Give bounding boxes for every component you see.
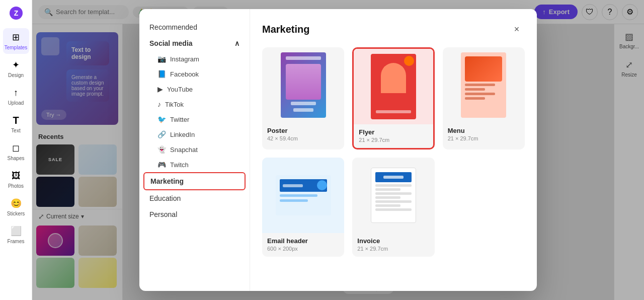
template-thumb-email: [262, 158, 344, 233]
tiktok-icon: ♪: [157, 100, 161, 108]
sidebar-item-frames[interactable]: ⬜ Frames: [3, 222, 29, 248]
modal-nav-snapchat[interactable]: 👻 Snapchat: [139, 142, 250, 157]
modal-nav-twitch[interactable]: 🎮 Twitch: [139, 157, 250, 172]
left-sidebar: Z ⊞ Templates ✦ Design ↑ Upload T Text ◻…: [0, 0, 32, 300]
modal-title: Marketing: [262, 24, 309, 35]
template-info-flyer: Flyer 21 × 29.7cm: [354, 124, 433, 148]
sidebar-item-shapes-label: Shapes: [8, 156, 25, 162]
template-card-menu[interactable]: Menu 21 × 29.7cm: [443, 47, 525, 149]
sidebar-item-shapes[interactable]: ◻ Shapes: [3, 139, 29, 165]
snapchat-icon: 👻: [157, 145, 166, 154]
sidebar-item-upload-label: Upload: [8, 100, 24, 106]
design-icon: ✦: [10, 59, 22, 71]
chevron-up-icon: ∧: [234, 39, 239, 47]
main-area: 🔍 🎄 🎄 Christmas New Ye... ↑ Export 🛡 ? ⚙: [32, 0, 644, 300]
modal-nav-marketing[interactable]: Marketing: [143, 172, 246, 190]
twitter-icon: 🐦: [157, 115, 166, 123]
sidebar-item-design-label: Design: [8, 72, 24, 79]
template-info-menu: Menu 21 × 29.7cm: [443, 123, 525, 146]
shapes-icon: ◻: [10, 142, 22, 154]
youtube-icon: ▶: [157, 85, 163, 93]
template-thumb-invoice: [352, 158, 434, 233]
app-logo: Z: [7, 4, 25, 22]
frames-icon: ⬜: [10, 225, 22, 237]
template-info-email: Email header 600 × 200px: [262, 233, 344, 257]
template-info-poster: Poster 42 × 59.4cm: [262, 123, 344, 146]
modal-nav-linkedin[interactable]: 🔗 LinkedIn: [139, 127, 250, 142]
sidebar-item-stickers-label: Stickers: [7, 211, 25, 217]
templates-icon: ⊞: [10, 31, 22, 43]
modal-nav-tiktok[interactable]: ♪ TikTok: [139, 97, 250, 112]
instagram-icon: 📷: [157, 55, 166, 63]
sidebar-item-text[interactable]: T Text: [3, 111, 29, 137]
modal-left-nav: Recommended Social media ∧ 📷 Instagram 📘…: [139, 9, 250, 291]
modal-right-content: Marketing ×: [250, 9, 537, 291]
modal-nav-facebook[interactable]: 📘 Facebook: [139, 66, 250, 82]
template-card-flyer[interactable]: Flyer 21 × 29.7cm: [352, 47, 434, 149]
modal-nav-twitter[interactable]: 🐦 Twitter: [139, 112, 250, 127]
template-modal: Recommended Social media ∧ 📷 Instagram 📘…: [139, 9, 537, 291]
sidebar-item-templates[interactable]: ⊞ Templates: [3, 28, 29, 54]
sidebar-item-templates-label: Templates: [5, 45, 28, 51]
modal-nav-social-media[interactable]: Social media ∧: [139, 35, 250, 51]
twitch-icon: 🎮: [157, 161, 166, 169]
modal-nav-personal[interactable]: Personal: [139, 206, 250, 222]
modal-nav-recommended[interactable]: Recommended: [139, 19, 250, 35]
linkedin-icon: 🔗: [157, 130, 166, 138]
templates-grid: Poster 42 × 59.4cm: [262, 47, 525, 257]
sidebar-item-stickers[interactable]: 😊 Stickers: [3, 194, 29, 220]
sidebar-item-design[interactable]: ✦ Design: [3, 56, 29, 82]
facebook-icon: 📘: [157, 70, 166, 78]
template-info-invoice: Invoice 21 × 29.7cm: [352, 233, 434, 257]
template-thumb-menu: [443, 47, 525, 123]
modal-overlay[interactable]: Recommended Social media ∧ 📷 Instagram 📘…: [32, 0, 644, 300]
template-card-invoice[interactable]: Invoice 21 × 29.7cm: [352, 158, 434, 257]
sidebar-item-photos[interactable]: 🖼 Photos: [3, 167, 29, 192]
svg-text:Z: Z: [14, 9, 18, 17]
template-thumb-poster: [262, 47, 344, 123]
template-thumb-flyer: [354, 49, 433, 124]
modal-nav-instagram[interactable]: 📷 Instagram: [139, 51, 250, 66]
photos-icon: 🖼: [10, 170, 22, 182]
modal-header: Marketing ×: [262, 21, 525, 37]
sidebar-item-photos-label: Photos: [8, 183, 24, 189]
modal-nav-education[interactable]: Education: [139, 190, 250, 206]
sidebar-item-upload[interactable]: ↑ Upload: [3, 84, 29, 109]
modal-nav-youtube[interactable]: ▶ YouTube: [139, 82, 250, 97]
template-card-email-header[interactable]: Email header 600 × 200px: [262, 158, 344, 257]
sidebar-item-text-label: Text: [11, 128, 20, 134]
upload-icon: ↑: [10, 87, 22, 99]
text-icon: T: [10, 114, 22, 126]
sidebar-item-frames-label: Frames: [8, 239, 25, 245]
stickers-icon: 😊: [10, 197, 22, 209]
template-card-poster[interactable]: Poster 42 × 59.4cm: [262, 47, 344, 149]
modal-close-button[interactable]: ×: [509, 21, 525, 37]
